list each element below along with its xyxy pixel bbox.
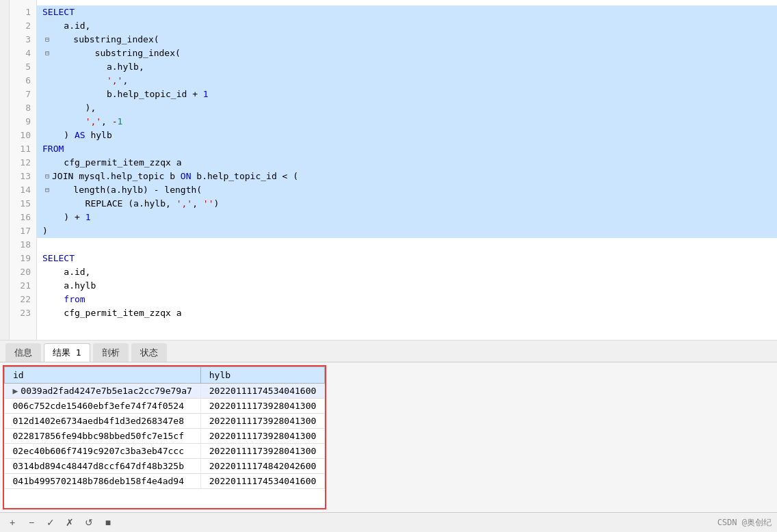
table-cell-hylb: 20220111174842042600 [200,459,325,474]
table-cell-id: 012d1402e6734aedb4f1d3ed268347e8 [5,414,201,429]
line-number: 11 [10,142,36,156]
tab-结果-1[interactable]: 结果 1 [44,343,90,362]
table-row[interactable]: 041b4995702148b786deb158f4e4ad9420220111… [5,474,325,489]
code-line: REPLACE (a.hylb, ',', '') [37,197,777,211]
fold-icon[interactable]: ⊟ [42,49,52,58]
code-token: a.id, [42,265,90,279]
code-line: ) AS hylb [37,129,777,142]
code-token: ON [181,170,192,183]
line-number: 18 [10,238,36,252]
code-line: ',', -1 [37,115,777,129]
line-number: 23 [10,306,36,320]
line-number: 8 [10,101,36,115]
code-token: SELECT [42,252,75,265]
code-token: ), [42,101,96,115]
code-token: cfg_permit_item_zzqx a [42,306,182,320]
code-line: FROM [37,142,777,156]
code-token: ',' [176,197,192,211]
fold-icon[interactable]: ⊟ [42,35,52,44]
code-line: cfg_permit_item_zzqx a [37,306,777,320]
toolbar-btn-0[interactable]: + [5,516,19,529]
table-cell-hylb: 20220111174534041600 [200,474,325,489]
tab-状态[interactable]: 状态 [131,343,167,362]
table-header-hylb: hylb [200,367,325,384]
tab-信息[interactable]: 信息 [5,343,41,362]
table-cell-id: 041b4995702148b786deb158f4e4ad94 [5,474,201,489]
table-cell-hylb: 20220111173928041300 [200,444,325,459]
line-number: 15 [10,197,36,211]
code-line: ⊟ substring_index( [37,33,777,46]
code-line: from [37,293,777,306]
table-row[interactable]: 012d1402e6734aedb4f1d3ed268347e820220111… [5,414,325,429]
code-token: 1 [118,115,123,129]
code-line: ) + 1 [37,211,777,224]
table-row[interactable]: 0314bd894c48447d8ccf647df48b325b20220111… [5,459,325,474]
results-area: idhylb▶0039ad2fad4247e7b5e1ac2cc79e79a72… [0,362,777,512]
line-numbers: 1234567891011121314151617181920212223 [10,0,37,340]
code-token [42,115,85,129]
table-cell-hylb: 20220111174534041600 [200,384,325,399]
code-line: a.id, [37,19,777,33]
code-token: 1 [203,88,209,101]
line-number: 4 [10,46,36,60]
line-number: 6 [10,74,36,88]
bottom-toolbar: +−✓✗↺■CSDN @奥创纪 [0,512,777,532]
code-token: a.id, [42,19,90,33]
tab-剖析[interactable]: 剖析 [93,343,129,362]
code-line: a.hylb, [37,60,777,74]
code-token: substring_index( [52,46,181,60]
line-number: 22 [10,293,36,306]
toolbar-btn-5[interactable]: ■ [101,516,115,529]
code-token: , - [101,115,117,129]
toolbar-btn-2[interactable]: ✓ [44,516,57,529]
toolbar-btn-1[interactable]: − [25,516,38,529]
code-token: substring_index( [52,33,159,46]
code-line: a.id, [37,265,777,279]
code-token: ) [42,129,75,142]
line-number: 13 [10,170,36,183]
table-row[interactable]: ▶0039ad2fad4247e7b5e1ac2cc79e79a72022011… [5,384,325,399]
bottom-panel: 信息结果 1剖析状态 idhylb▶0039ad2fad4247e7b5e1ac… [0,341,777,532]
table-cell-id: ▶0039ad2fad4247e7b5e1ac2cc79e79a7 [5,384,201,399]
table-row[interactable]: 02ec40b606f7419c9207c3ba3eb47ccc20220111… [5,444,325,459]
line-number: 5 [10,60,36,74]
code-token: ) [42,224,48,238]
code-token: cfg_permit_item_zzqx a [42,156,182,170]
line-number: 1 [10,5,36,19]
line-number: 16 [10,211,36,224]
table-cell-id: 022817856fe94bbc98bbed50fc7e15cf [5,429,201,444]
code-token: from [42,293,85,306]
table-row[interactable]: 022817856fe94bbc98bbed50fc7e15cf20220111… [5,429,325,444]
fold-icon[interactable]: ⊟ [42,185,52,195]
code-line: ⊟JOIN mysql.help_topic b ON b.help_topic… [37,170,777,183]
code-line: ',', [37,74,777,88]
toolbar-btn-4[interactable]: ↺ [82,516,96,529]
code-line: SELECT [37,252,777,265]
table-cell-id: 0314bd894c48447d8ccf647df48b325b [5,459,201,474]
code-line: SELECT [37,5,777,19]
code-token: b.help_topic_id < ( [192,170,299,183]
code-token: , [122,74,128,88]
code-line: ⊟ substring_index( [37,46,777,60]
table-cell-hylb: 20220111173928041300 [200,399,325,414]
line-number: 2 [10,19,36,33]
code-token: AS [75,129,85,142]
code-token: b.help_topic_id + [42,88,203,101]
line-number: 17 [10,224,36,238]
code-token: a.hylb [42,279,96,293]
code-token: REPLACE (a.hylb, [42,197,176,211]
line-number: 3 [10,33,36,46]
tabs-bar: 信息结果 1剖析状态 [0,341,777,362]
results-table-wrapper: idhylb▶0039ad2fad4247e7b5e1ac2cc79e79a72… [3,365,326,509]
line-number: 19 [10,252,36,265]
code-token: length(a.hylb) - length( [52,183,202,197]
toolbar-btn-3[interactable]: ✗ [63,516,77,529]
fold-icon[interactable]: ⊟ [42,172,52,181]
code-line: ) [37,224,777,238]
table-row[interactable]: 006c752cde15460ebf3efe74f74f052420220111… [5,399,325,414]
table-cell-id: 006c752cde15460ebf3efe74f74f0524 [5,399,201,414]
code-token: hylb [85,129,112,142]
code-line: b.help_topic_id + 1 [37,88,777,101]
code-token: FROM [42,142,64,156]
code-content[interactable]: SELECT a.id,⊟ substring_index(⊟ substrin… [37,0,777,340]
